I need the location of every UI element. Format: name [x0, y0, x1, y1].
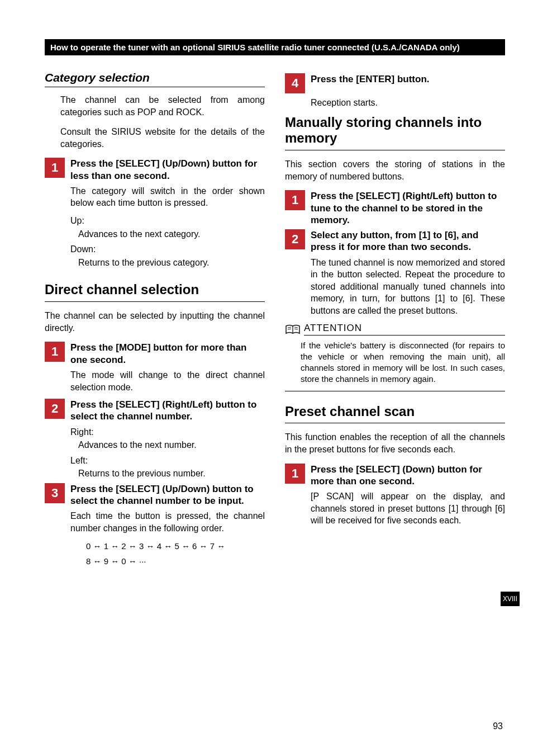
rule [45, 87, 265, 87]
body-text: Consult the SIRIUS website for the detai… [60, 126, 265, 150]
step-number-box: 1 [45, 342, 65, 362]
body-text: The channel can be selected by inputting… [45, 310, 265, 334]
attention-body: If the vehicle's battery is disconnected… [301, 340, 505, 385]
step-body: The category will switch in the order sh… [70, 185, 265, 209]
step-label: Press the [SELECT] (Right/Left) button t… [70, 399, 265, 423]
step-body: The tuned channel is now memorized and s… [311, 257, 505, 317]
step-body: The mode will change to the direct chann… [70, 369, 265, 393]
step-label: Press the [MODE] button for more than on… [70, 342, 265, 366]
body-text: The channel can be selected from among c… [60, 94, 265, 118]
sequence-line: 0 ↔ 1 ↔ 2 ↔ 3 ↔ 4 ↔ 5 ↔ 6 ↔ 7 ↔ [86, 540, 265, 552]
manual-storing-heading: Manually storing channels into memory [285, 115, 505, 147]
step-number-box: 2 [285, 229, 305, 249]
attention-label: ATTENTION [304, 323, 505, 336]
chapter-tab: XVIII [501, 592, 520, 606]
body-text: This section covers the storing of stati… [285, 158, 505, 182]
step-number-box: 1 [285, 190, 305, 210]
rule [285, 423, 505, 423]
right-label: Right: [70, 426, 265, 438]
left-label: Left: [70, 455, 265, 467]
two-column-layout: Category selection The channel can be se… [45, 71, 505, 573]
body-text: This function enables the reception of a… [285, 431, 505, 455]
step-label: Press the [ENTER] button. [311, 73, 505, 85]
step-row: 1 Press the [SELECT] (Up/Down) button fo… [45, 158, 265, 182]
step-row: 2 Select any button, from [1] to [6], an… [285, 229, 505, 253]
down-body: Returns to the previous category. [78, 257, 265, 269]
step-label: Press the [SELECT] (Up/Down) button for … [70, 158, 265, 182]
down-label: Down: [70, 243, 265, 256]
category-selection-heading: Category selection [45, 71, 265, 84]
step-number-box: 3 [45, 483, 65, 503]
step-row: 1 Press the [SELECT] (Down) button for m… [285, 464, 505, 488]
left-body: Returns to the previous number. [78, 467, 265, 480]
step-row: 3 Press the [SELECT] (Up/Down) button to… [45, 483, 265, 507]
header-bar: How to operate the tuner with an optiona… [45, 39, 505, 55]
step-number-box: 1 [285, 464, 305, 484]
book-icon [285, 323, 301, 336]
page: How to operate the tuner with an optiona… [0, 0, 533, 756]
rule [45, 301, 265, 302]
step-label: Press the [SELECT] (Up/Down) button to s… [70, 483, 265, 507]
attention-header: ATTENTION [285, 323, 505, 336]
step-label: Select any button, from [1] to [6], and … [311, 229, 505, 253]
up-body: Advances to the next category. [78, 228, 265, 240]
step-row: 4 Press the [ENTER] button. [285, 73, 505, 93]
sequence-line: 8 ↔ 9 ↔ 0 ↔ ··· [86, 555, 265, 567]
preset-scan-heading: Preset channel scan [285, 404, 505, 420]
page-number: 93 [493, 721, 503, 731]
step-row: 2 Press the [SELECT] (Right/Left) button… [45, 399, 265, 423]
step-body: Reception starts. [311, 97, 505, 109]
up-label: Up: [70, 215, 265, 227]
right-column: 4 Press the [ENTER] button. Reception st… [285, 71, 505, 573]
direct-channel-heading: Direct channel selection [45, 282, 265, 298]
step-label: Press the [SELECT] (Down) button for mor… [311, 464, 505, 488]
rule [285, 391, 505, 391]
left-column: Category selection The channel can be se… [45, 71, 265, 573]
step-number-box: 1 [45, 158, 65, 178]
rule [285, 150, 505, 150]
step-number-box: 2 [45, 399, 65, 419]
step-label: Press the [SELECT] (Right/Left) button t… [311, 190, 505, 226]
step-number-box: 4 [285, 73, 305, 93]
step-row: 1 Press the [SELECT] (Right/Left) button… [285, 190, 505, 226]
right-body: Advances to the next number. [78, 439, 265, 451]
step-body: [P SCAN] will appear on the display, and… [311, 490, 505, 527]
step-row: 1 Press the [MODE] button for more than … [45, 342, 265, 366]
step-body: Each time the button is pressed, the cha… [70, 510, 265, 534]
